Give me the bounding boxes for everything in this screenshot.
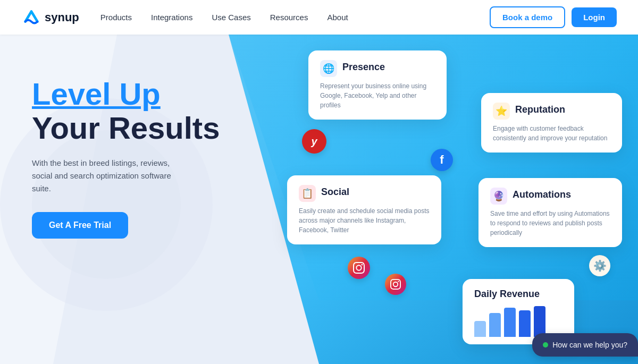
social-card: 📋 Social Easily create and schedule soci… — [287, 175, 441, 244]
revenue-card-title: Daily Revenue — [474, 289, 563, 300]
logo[interactable]: synup — [21, 7, 79, 28]
navbar: synup Products Integrations Use Cases Re… — [0, 0, 638, 35]
revenue-bar — [534, 306, 545, 337]
social-card-desc: Easily create and schedule social media … — [299, 206, 430, 235]
free-trial-button[interactable]: Get A Free Trial — [32, 212, 128, 239]
facebook-icon: f — [431, 149, 453, 171]
presence-card-icon: 🌐 — [320, 60, 337, 77]
social-card-title: Social — [321, 187, 349, 198]
presence-card-header: 🌐 Presence — [320, 60, 435, 77]
instagram-icon — [348, 257, 370, 279]
nav-resources[interactable]: Resources — [270, 13, 308, 22]
revenue-bar — [474, 321, 486, 337]
presence-card-desc: Represent your business online using Goo… — [320, 81, 435, 110]
instagram2-icon — [385, 274, 406, 295]
reputation-card-header: ⭐ Reputation — [493, 103, 610, 120]
nav-products[interactable]: Products — [100, 13, 132, 22]
gear-icon: ⚙️ — [589, 255, 610, 276]
chat-text: How can we help you? — [552, 341, 627, 349]
automations-card: 🔮 Automations Save time and effort by us… — [478, 178, 622, 247]
social-card-icon: 📋 — [299, 185, 316, 202]
yelp-icon: y — [302, 129, 326, 154]
revenue-bar — [489, 313, 501, 337]
hero-title-blue: Level Up — [32, 77, 220, 111]
reputation-card-desc: Engage with customer feedback consistent… — [493, 124, 610, 143]
chat-bubble[interactable]: How can we help you? — [532, 333, 638, 357]
chat-online-dot — [543, 342, 548, 348]
revenue-bar — [504, 308, 516, 337]
revenue-chart — [474, 305, 563, 337]
automations-card-header: 🔮 Automations — [490, 188, 610, 205]
presence-card: 🌐 Presence Represent your business onlin… — [308, 50, 447, 120]
revenue-bar — [519, 310, 531, 337]
automations-card-desc: Save time and effort by using Automation… — [490, 209, 610, 238]
reputation-card: ⭐ Reputation Engage with customer feedba… — [481, 93, 622, 153]
nav-actions: Book a demo Login — [490, 6, 617, 28]
nav-about[interactable]: About — [327, 13, 348, 22]
hero-content: Level Up Your Results With the best in b… — [32, 77, 220, 239]
nav-integrations[interactable]: Integrations — [151, 13, 192, 22]
nav-use-cases[interactable]: Use Cases — [212, 13, 250, 22]
hero-description: With the best in breed listings, reviews… — [32, 157, 191, 195]
automations-card-icon: 🔮 — [490, 188, 507, 205]
presence-card-title: Presence — [342, 62, 385, 73]
logo-text: synup — [45, 11, 79, 24]
reputation-card-title: Reputation — [515, 104, 565, 115]
automations-card-title: Automations — [513, 189, 571, 200]
book-demo-button[interactable]: Book a demo — [490, 6, 565, 28]
social-card-header: 📋 Social — [299, 185, 430, 202]
login-button[interactable]: Login — [572, 7, 617, 27]
nav-links: Products Integrations Use Cases Resource… — [100, 13, 490, 22]
reputation-card-icon: ⭐ — [493, 103, 510, 120]
hero-title-dark: Your Results — [32, 111, 220, 145]
main-section: Level Up Your Results With the best in b… — [0, 35, 638, 364]
